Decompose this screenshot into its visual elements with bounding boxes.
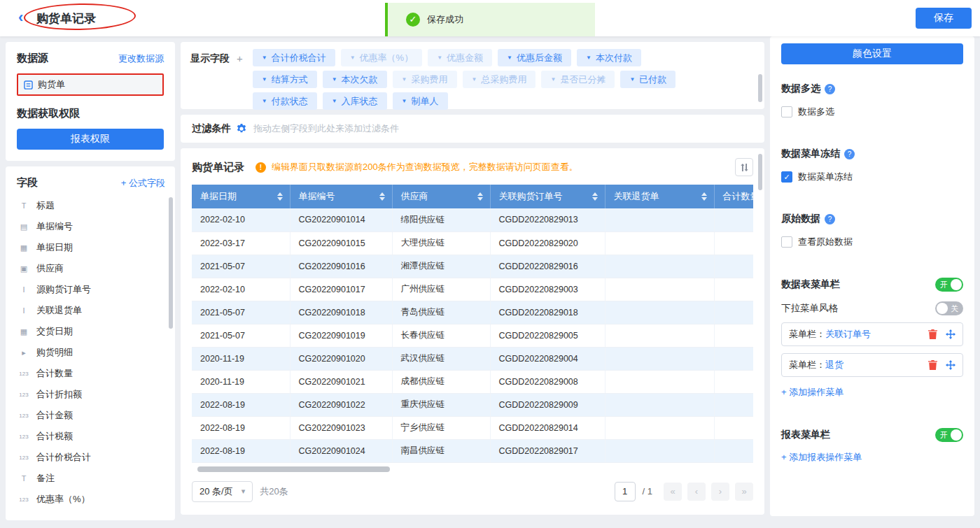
menu-freeze-option[interactable]: ✓ 数据菜单冻结 xyxy=(781,171,963,183)
add-display-field-button[interactable]: + xyxy=(237,52,243,110)
trash-icon[interactable] xyxy=(928,360,937,370)
column-header[interactable]: 单据编号 xyxy=(290,185,392,208)
help-icon[interactable]: ? xyxy=(844,149,855,159)
display-field-chip[interactable]: ▼制单人 xyxy=(393,92,448,110)
field-item[interactable]: ▦交货日期 xyxy=(17,321,165,342)
next-page-button[interactable]: › xyxy=(711,483,729,501)
table-row[interactable]: 2022-03-17CG20220901015大理供应链CGDD20220829… xyxy=(192,231,753,255)
field-item[interactable]: 123合计价税合计 xyxy=(17,447,165,468)
add-report-menu-link[interactable]: + 添加报表操作菜单 xyxy=(781,451,862,464)
table-row[interactable]: 2022-08-19CG20220901023宁乡供应链CGDD20220829… xyxy=(192,416,753,439)
top-bar: ‹ 购货单记录 ✓ 保存成功 保存 xyxy=(0,0,980,36)
help-icon[interactable]: ? xyxy=(825,84,835,94)
move-icon[interactable] xyxy=(946,329,955,339)
scrollbar-thumb[interactable] xyxy=(758,74,762,102)
table-row[interactable]: 2021-05-07CG20220901016湘潭供应链CGDD20220829… xyxy=(192,255,753,278)
multi-select-checkbox[interactable] xyxy=(781,106,792,117)
menu-freeze-checkbox[interactable]: ✓ xyxy=(781,171,792,183)
dropdown-style-toggle[interactable]: 关 xyxy=(935,301,963,315)
field-item[interactable]: I源购货订单号 xyxy=(17,279,165,300)
scrollbar-thumb[interactable] xyxy=(197,466,390,472)
field-item[interactable]: ▣供应商 xyxy=(17,258,165,279)
field-item[interactable]: 123合计数量 xyxy=(17,363,165,384)
save-button[interactable]: 保存 xyxy=(916,8,972,29)
raw-data-checkbox[interactable] xyxy=(781,236,792,248)
sort-arrows-icon[interactable] xyxy=(277,192,283,201)
column-header[interactable]: 单据日期 xyxy=(192,185,290,208)
toggle-label: 关 xyxy=(951,304,958,314)
field-item[interactable]: 123优惠率（%） xyxy=(17,489,165,510)
report-permission-button[interactable]: 报表权限 xyxy=(17,129,164,150)
field-item[interactable]: ▦单据日期 xyxy=(17,237,165,258)
column-header[interactable]: 合计数量 xyxy=(714,185,753,208)
table-row[interactable]: 2020-11-19CG20220901020武汉供应链CGDD20220829… xyxy=(192,347,753,370)
display-field-chip[interactable]: ▼本次付款 xyxy=(577,49,641,66)
table-row[interactable]: 2022-08-19CG20220901024南昌供应链CGDD20220829… xyxy=(192,439,753,462)
sort-arrows-icon[interactable] xyxy=(592,192,598,201)
column-header[interactable]: 关联退货单 xyxy=(605,185,714,208)
field-item[interactable]: ▤单据编号 xyxy=(17,216,165,237)
table-row[interactable]: 2022-08-19CG20220901022重庆供应链CGDD20220829… xyxy=(192,393,753,416)
display-field-chip[interactable]: ▼是否已分摊 xyxy=(541,71,615,88)
field-item[interactable]: T备注 xyxy=(17,468,165,489)
page-input[interactable]: 1 xyxy=(615,482,636,501)
table-row[interactable]: 2021-05-07CG20220901019长春供应链CGDD20220829… xyxy=(192,324,753,347)
field-item[interactable]: T标题 xyxy=(17,195,165,216)
table-cell: CG20220901016 xyxy=(290,255,392,278)
column-label: 关联购货订单号 xyxy=(499,190,563,203)
sort-arrows-icon[interactable] xyxy=(701,192,707,201)
gear-icon[interactable] xyxy=(237,124,246,134)
display-field-chip[interactable]: ▼优惠后金额 xyxy=(498,49,571,66)
display-field-chip[interactable]: ▼总采购费用 xyxy=(463,71,536,88)
scrollbar-thumb[interactable] xyxy=(169,197,173,329)
table-row[interactable]: 2020-11-19CG20220901021成都供应链CGDD20220829… xyxy=(192,370,753,393)
trash-icon[interactable] xyxy=(928,329,937,339)
last-page-button[interactable]: » xyxy=(735,483,753,501)
display-field-chip[interactable]: ▼优惠率（%） xyxy=(341,49,422,66)
move-icon[interactable] xyxy=(946,360,955,370)
table-cell: CGDD20220829008 xyxy=(490,370,605,393)
sort-arrows-icon[interactable] xyxy=(379,192,385,201)
display-field-chip[interactable]: ▼合计价税合计 xyxy=(253,49,335,66)
table-menu-toggle[interactable]: 开 xyxy=(935,278,963,292)
change-datasource-link[interactable]: 更改数据源 xyxy=(118,52,164,65)
color-settings-button[interactable]: 颜色设置 xyxy=(781,43,963,64)
sort-arrows-icon[interactable] xyxy=(477,192,483,201)
field-item[interactable]: ▸购货明细 xyxy=(17,342,165,363)
help-icon[interactable]: ? xyxy=(825,214,835,224)
display-field-chip[interactable]: ▼入库状态 xyxy=(323,92,387,110)
sort-button[interactable] xyxy=(735,158,753,176)
display-field-chip[interactable]: ▼已付款 xyxy=(620,71,676,88)
filter-title: 过滤条件 xyxy=(192,122,231,135)
field-item[interactable]: I关联退货单 xyxy=(17,300,165,321)
prev-page-button[interactable]: ‹ xyxy=(687,483,706,501)
table-row[interactable]: 2022-02-10CG20220901014绵阳供应链CGDD20220829… xyxy=(192,208,753,231)
table-cell xyxy=(605,416,714,439)
display-field-chip[interactable]: ▼优惠金额 xyxy=(428,49,492,66)
display-field-chip[interactable]: ▼本次欠款 xyxy=(323,71,387,88)
field-label: 关联退货单 xyxy=(36,304,82,317)
scrollbar-thumb[interactable] xyxy=(758,154,762,190)
first-page-button[interactable]: « xyxy=(664,483,682,501)
add-action-menu-link[interactable]: + 添加操作菜单 xyxy=(781,386,844,399)
back-button[interactable]: ‹ xyxy=(18,8,23,27)
add-formula-field-link[interactable]: + 公式字段 xyxy=(121,177,165,190)
datasource-item[interactable]: 购货单 xyxy=(17,73,164,96)
report-menu-toggle[interactable]: 开 xyxy=(935,428,963,442)
page-size-select[interactable]: 20 条/页 ▾ xyxy=(192,481,253,502)
field-label: 合计税额 xyxy=(36,430,73,443)
display-field-chip[interactable]: ▼付款状态 xyxy=(253,92,317,110)
multi-select-option[interactable]: 数据多选 xyxy=(781,106,963,118)
field-item[interactable]: 123合计税额 xyxy=(17,426,165,447)
field-item[interactable]: 123合计金额 xyxy=(17,405,165,426)
table-cell xyxy=(714,347,753,370)
table-cell: 2022-08-19 xyxy=(192,416,290,439)
column-header[interactable]: 关联购货订单号 xyxy=(490,185,605,208)
raw-data-option[interactable]: 查看原始数据 xyxy=(781,236,963,248)
display-field-chip[interactable]: ▼结算方式 xyxy=(253,71,317,88)
field-item[interactable]: 123合计折扣额 xyxy=(17,384,165,405)
table-row[interactable]: 2022-02-10CG20220901017广州供应链CGDD20220829… xyxy=(192,278,753,301)
table-row[interactable]: 2021-05-07CG20220901018青岛供应链CGDD20220829… xyxy=(192,301,753,324)
column-header[interactable]: 供应商 xyxy=(392,185,490,208)
display-field-chip[interactable]: ▼采购费用 xyxy=(393,71,457,88)
